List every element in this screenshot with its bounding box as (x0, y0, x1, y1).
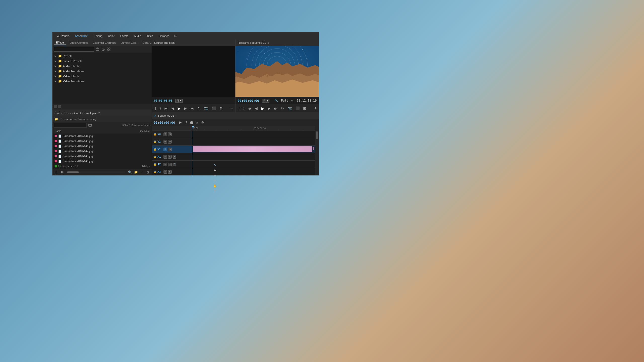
list-item[interactable]: 📄 Barnastars 2016-145.jpg (53, 139, 152, 144)
camera-button[interactable]: 📷 (287, 106, 293, 111)
mark-in-button[interactable]: { (154, 106, 157, 111)
track-row-a1[interactable] (192, 153, 315, 161)
panel-footer-btn2[interactable] (58, 105, 61, 108)
sequence-tab-label[interactable]: Sequence 01 (158, 114, 174, 117)
step-back-button[interactable]: ◀ (254, 106, 259, 111)
track-visibility-v1[interactable]: 👁 (164, 148, 167, 151)
track-btn-a3-1[interactable]: H (164, 170, 167, 174)
list-view-icon[interactable]: ☰ (54, 170, 59, 174)
timeline-tool-2[interactable]: ↺ (184, 120, 188, 125)
effects-search-input[interactable] (54, 47, 94, 52)
fast-forward-button[interactable]: ⏭ (273, 106, 278, 111)
camera-button[interactable]: 📷 (203, 106, 209, 111)
step-forward-button[interactable]: ▶ (183, 106, 188, 111)
menu-assembly[interactable]: Assembly (72, 34, 91, 38)
mark-out-button[interactable]: } (242, 106, 246, 111)
track-btn-a1-3[interactable]: 🎤 (173, 155, 176, 159)
menu-color[interactable]: Color (105, 34, 117, 38)
search-footer-icon[interactable]: 🔍 (128, 170, 132, 174)
icon-button-3[interactable] (106, 47, 111, 52)
tab-essential-graphics[interactable]: Essential Graphics (91, 41, 118, 45)
new-bin-icon[interactable]: 📁 (134, 170, 138, 174)
project-new-folder-icon[interactable] (88, 123, 92, 127)
source-fit-dropdown[interactable]: Fit ▾ (175, 99, 183, 103)
track-row-v1[interactable] (192, 146, 315, 153)
trim-button[interactable]: ⬛ (294, 106, 301, 111)
step-forward-button[interactable]: ▶ (267, 106, 271, 111)
new-folder-icon[interactable] (95, 47, 100, 52)
program-monitor-menu[interactable]: ≡ (267, 41, 269, 44)
multi-cam-button[interactable]: ⊞ (302, 106, 307, 111)
track-row-v3[interactable] (192, 130, 315, 138)
add-button[interactable]: + (314, 106, 317, 111)
list-item[interactable]: 📄 Barnastars 2016-144.jpg (53, 133, 152, 139)
timeline-vertical-scrollbar[interactable] (315, 126, 319, 175)
grid-view-icon[interactable]: ⊞ (60, 170, 65, 174)
lock-icon[interactable]: 🔒 (153, 155, 156, 158)
track-mute-v2[interactable]: M (168, 140, 172, 144)
clip-end-handle[interactable] (313, 147, 314, 150)
tree-item-audio-effects[interactable]: ▶ 📁 Audio Effects (53, 64, 152, 69)
menu-all-panels[interactable]: All Panels (55, 34, 72, 38)
tree-item-lumetri-presets[interactable]: ▶ 📁 Lumetri Presets (53, 59, 152, 64)
tree-item-video-transitions[interactable]: ▶ 📁 Video Transitions (53, 79, 152, 84)
tab-lumetri-color[interactable]: Lumetri Color (119, 41, 139, 45)
track-visibility-v3[interactable]: 👁 (164, 132, 167, 136)
track-btn-a2-3[interactable]: 🎤 (173, 163, 176, 166)
track-btn-a1-2[interactable]: S (168, 155, 172, 159)
menu-editing[interactable]: Editing (91, 34, 105, 38)
settings-icon[interactable]: ⚙ (219, 106, 224, 111)
track-btn-a1-1[interactable]: H (164, 155, 167, 159)
tree-item-video-effects[interactable]: ▶ 📁 Video Effects (53, 74, 152, 79)
play-button[interactable]: ▶ (177, 106, 182, 111)
loop-button[interactable]: ↻ (196, 106, 202, 111)
lock-icon[interactable]: 🔒 (153, 163, 156, 166)
mark-in-button[interactable]: { (237, 106, 241, 111)
menu-libraries[interactable]: Libraries (156, 34, 172, 38)
project-menu-icon[interactable]: ≡ (98, 111, 100, 115)
project-search-input[interactable] (54, 123, 87, 127)
video-clip-v1[interactable] (193, 146, 312, 152)
track-btn-a2-2[interactable]: S (168, 163, 172, 166)
delete-icon[interactable]: 🗑 (146, 170, 150, 174)
list-item[interactable]: 📄 Barnastars 2016-147.jpg (53, 149, 152, 154)
sequence-menu-icon[interactable]: ≡ (176, 114, 177, 117)
add-button[interactable]: + (231, 106, 233, 111)
mark-out-button[interactable]: } (159, 106, 162, 111)
track-mute-v1[interactable]: M (168, 148, 172, 151)
wrench-icon[interactable]: 🔧 (274, 99, 278, 102)
sequence-close-btn[interactable]: ✕ (154, 114, 156, 117)
new-item-icon[interactable]: + (140, 170, 144, 174)
panel-footer-btn1[interactable] (54, 105, 57, 108)
icon-button-2[interactable] (101, 47, 105, 52)
tree-item-presets[interactable]: ▶ 📁 Presets (53, 54, 152, 59)
menu-more-button[interactable]: >> (172, 34, 179, 38)
menu-audio[interactable]: Audio (132, 34, 144, 38)
tab-effect-controls[interactable]: Effect Controls (67, 41, 90, 45)
track-mute-v3[interactable]: M (168, 132, 172, 136)
scrollbar-thumb[interactable] (316, 131, 318, 139)
loop-button[interactable]: ↻ (280, 106, 285, 111)
ripple-tool[interactable]: ⇔ (213, 173, 217, 175)
lock-icon[interactable]: 🔒 (153, 133, 156, 135)
list-item[interactable]: 📄 Barnastars 2016-149.jpg (53, 159, 152, 164)
track-row-a2[interactable] (192, 161, 315, 168)
track-visibility-v2[interactable]: 👁 (164, 140, 167, 144)
track-btn-a2-1[interactable]: H (164, 163, 167, 166)
timeline-tool-3[interactable]: ⬤ (189, 120, 194, 125)
lock-icon[interactable]: 🔒 (153, 140, 156, 143)
play-button[interactable]: ▶ (260, 106, 265, 111)
track-select-tool[interactable]: ▶ (213, 168, 217, 172)
tree-item-audio-transitions[interactable]: ▶ 📁 Audio Transitions (53, 69, 152, 74)
full-dropdown[interactable]: ▾ (291, 99, 293, 102)
timeline-tool-4[interactable]: ∧ (195, 120, 199, 125)
selection-tool[interactable]: ↖ (213, 163, 217, 167)
export-frame-button[interactable]: ⬛ (211, 106, 217, 111)
track-row-a3[interactable] (192, 168, 315, 175)
timeline-tool-5[interactable]: ⚙ (200, 120, 205, 125)
program-fit-dropdown[interactable]: Fit ▾ (262, 99, 269, 103)
tab-effects[interactable]: Effects (54, 40, 66, 45)
list-item[interactable]: 📄 Barnastars 2016-148.jpg (53, 154, 152, 159)
track-btn-a3-2[interactable]: S (168, 170, 172, 174)
rewind-button[interactable]: ⏮ (247, 106, 252, 111)
